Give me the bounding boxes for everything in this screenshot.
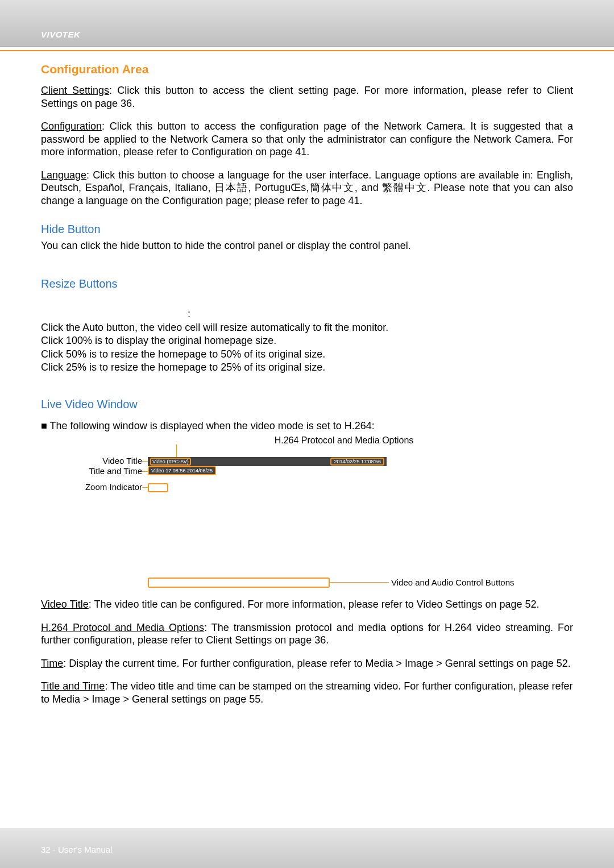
label-title-and-time: Title and Time <box>53 466 142 476</box>
resize-colon: : <box>188 308 573 321</box>
text-span: : Click this button to choose a language… <box>41 169 573 206</box>
link-client-settings[interactable]: Client Settings <box>41 85 109 96</box>
video-control-bar[interactable] <box>148 578 330 588</box>
link-video-title[interactable]: Video Title <box>41 599 89 610</box>
resize-line-auto: Click the Auto button, the video cell wi… <box>41 321 573 334</box>
heading-configuration-area: Configuration Area <box>41 63 573 76</box>
text-span: : Click this button to access the config… <box>41 121 573 157</box>
text-span: : Click this button to access the client… <box>41 85 573 109</box>
link-time[interactable]: Time <box>41 658 63 669</box>
para-title-and-time: Title and Time: The video title and time… <box>41 680 573 705</box>
para-hide-button: You can click the hide button to hide th… <box>41 239 573 252</box>
para-client-settings: Client Settings: Click this button to ac… <box>41 84 573 110</box>
para-video-title: Video Title: The video title can be conf… <box>41 598 573 611</box>
resize-line-50: Click 50% is to resize the homepage to 5… <box>41 348 573 361</box>
resize-line-100: Click 100% is to display the original ho… <box>41 334 573 347</box>
page-number: 32 - User's Manual <box>41 845 112 854</box>
diagram-caption: H.264 Protocol and Media Options <box>115 435 573 446</box>
video-title-text: Video <box>152 459 165 464</box>
video-time-overlay: 2014/02/25 17:08:56 <box>330 458 384 466</box>
video-title-overlay: Video (TPC-AV) <box>150 458 191 466</box>
label-video-title: Video Title <box>53 456 142 466</box>
label-video-audio-controls: Video and Audio Control Buttons <box>391 578 515 587</box>
link-configuration[interactable]: Configuration <box>41 121 102 132</box>
brand-logo: VIVOTEK <box>41 30 80 39</box>
leader-line <box>176 445 177 457</box>
link-title-and-time[interactable]: Title and Time <box>41 680 105 692</box>
link-language[interactable]: Language <box>41 169 86 181</box>
text-span: : The video title and time can be stampe… <box>41 680 573 705</box>
heading-hide-button: Hide Button <box>41 223 573 236</box>
video-stamp-overlay: Video 17:08:56 2014/06/25 <box>148 466 216 475</box>
live-video-bullet: ■ The following window is displayed when… <box>41 420 573 432</box>
page-content: Configuration Area Client Settings: Clic… <box>0 47 614 705</box>
zoom-indicator-box <box>148 483 168 492</box>
para-time: Time: Display the current time. For furt… <box>41 657 573 670</box>
text-span: : The video title can be configured. For… <box>89 599 540 610</box>
text-span: : Display the current time. For further … <box>63 658 570 669</box>
resize-line-25: Click 25% is to resize the homepage to 2… <box>41 361 573 374</box>
para-configuration: Configuration: Click this button to acce… <box>41 120 573 159</box>
heading-live-video-window: Live Video Window <box>41 398 573 411</box>
page-header: VIVOTEK <box>0 0 614 47</box>
video-title-bar: Video (TPC-AV) 2014/02/25 17:08:56 <box>148 457 387 466</box>
para-language: Language: Click this button to choose a … <box>41 169 573 207</box>
video-protocol-text: (TPC-AV) <box>167 459 188 464</box>
label-zoom-indicator: Zoom Indicator <box>53 482 142 492</box>
video-window-diagram: Video Title Title and Time Zoom Indicato… <box>57 448 573 596</box>
link-h264-options[interactable]: H.264 Protocol and Media Options <box>41 622 204 633</box>
video-cell: Video (TPC-AV) 2014/02/25 17:08:56 Video… <box>148 457 387 588</box>
page-footer: 32 - User's Manual <box>0 828 614 868</box>
para-h264-options: H.264 Protocol and Media Options: The tr… <box>41 621 573 647</box>
heading-resize-buttons: Resize Buttons <box>41 277 573 290</box>
